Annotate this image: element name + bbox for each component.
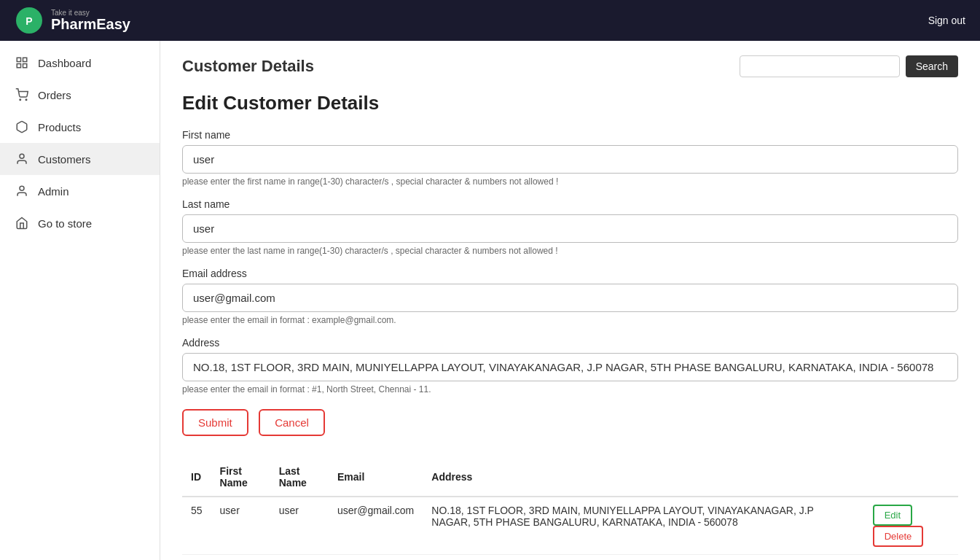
- brand-name: PharmEasy: [51, 17, 130, 31]
- email-hint: please enter the email in format : examp…: [182, 315, 958, 325]
- brand: P Take it easy PharmEasy: [15, 6, 130, 35]
- table-row: 55 user user user@gmail.com NO.18, 1ST F…: [182, 497, 958, 555]
- sidebar-item-goto-store[interactable]: Go to store: [0, 207, 160, 239]
- address-hint: please enter the email in format : #1, N…: [182, 384, 958, 394]
- sidebar-item-customers[interactable]: Customers: [0, 143, 160, 175]
- products-icon: [15, 120, 29, 134]
- cell-id: 55: [182, 497, 211, 555]
- cell-email: user@gmail.com: [329, 497, 423, 555]
- address-group: Address please enter the email in format…: [182, 337, 958, 394]
- first-name-input[interactable]: [182, 145, 958, 174]
- svg-rect-2: [17, 58, 20, 61]
- search-area: Search: [740, 55, 958, 77]
- navbar: P Take it easy PharmEasy Sign out: [0, 0, 980, 41]
- last-name-input[interactable]: [182, 214, 958, 243]
- sidebar-label-customers: Customers: [38, 153, 91, 166]
- store-icon: [15, 216, 29, 230]
- last-name-label: Last name: [182, 198, 958, 210]
- svg-point-8: [20, 154, 24, 158]
- svg-rect-5: [23, 64, 27, 68]
- cell-last-name: user: [270, 497, 329, 555]
- table-body: 55 user user user@gmail.com NO.18, 1ST F…: [182, 497, 958, 555]
- dashboard-icon: [15, 55, 29, 70]
- sidebar-item-products[interactable]: Products: [0, 111, 160, 143]
- customers-icon: [15, 152, 29, 166]
- sidebar-item-admin[interactable]: Admin: [0, 175, 160, 207]
- col-id: ID: [182, 458, 211, 497]
- brand-logo-icon: P: [15, 6, 44, 35]
- delete-row-button[interactable]: Delete: [873, 526, 924, 547]
- col-address: Address: [423, 458, 863, 497]
- col-last-name: Last Name: [270, 458, 329, 497]
- page-header: Customer Details Search: [182, 55, 958, 77]
- orders-icon: [15, 88, 29, 102]
- page-title: Customer Details: [182, 57, 314, 76]
- col-first-name: First Name: [211, 458, 270, 497]
- app-layout: Dashboard Orders Products: [0, 41, 980, 560]
- customers-table: ID First Name Last Name Email Address 55…: [182, 458, 958, 555]
- form-actions: Submit Cancel: [182, 409, 958, 436]
- signout-button[interactable]: Sign out: [928, 15, 965, 26]
- admin-icon: [15, 184, 29, 198]
- email-input[interactable]: [182, 284, 958, 312]
- cell-address: NO.18, 1ST FLOOR, 3RD MAIN, MUNIYELLAPPA…: [423, 497, 863, 555]
- sidebar-label-goto-store: Go to store: [38, 217, 92, 230]
- cell-actions: Edit Delete: [864, 497, 958, 555]
- sidebar-label-dashboard: Dashboard: [38, 57, 91, 69]
- svg-point-6: [20, 99, 21, 101]
- email-group: Email address please enter the email in …: [182, 268, 958, 325]
- svg-point-7: [26, 99, 27, 101]
- first-name-label: First name: [182, 129, 958, 141]
- sidebar-item-orders[interactable]: Orders: [0, 79, 160, 111]
- main-content: Customer Details Search Edit Customer De…: [160, 41, 980, 560]
- first-name-hint: please enter the first name in range(1-3…: [182, 176, 958, 187]
- svg-text:P: P: [26, 15, 32, 27]
- svg-rect-4: [17, 64, 20, 68]
- svg-rect-3: [23, 58, 27, 61]
- col-actions: [864, 458, 958, 497]
- address-label: Address: [182, 337, 958, 349]
- col-email: Email: [329, 458, 423, 497]
- search-button[interactable]: Search: [906, 55, 958, 77]
- sidebar-item-dashboard[interactable]: Dashboard: [0, 47, 160, 79]
- cancel-button[interactable]: Cancel: [259, 409, 325, 436]
- submit-button[interactable]: Submit: [182, 409, 248, 436]
- sidebar-label-products: Products: [38, 121, 81, 133]
- email-label: Email address: [182, 268, 958, 279]
- table-header: ID First Name Last Name Email Address: [182, 458, 958, 497]
- sidebar: Dashboard Orders Products: [0, 41, 160, 560]
- address-input[interactable]: [182, 353, 958, 381]
- sidebar-label-admin: Admin: [38, 185, 69, 198]
- cell-first-name: user: [211, 497, 270, 555]
- first-name-group: First name please enter the first name i…: [182, 129, 958, 187]
- search-input[interactable]: [740, 55, 900, 77]
- last-name-hint: please enter the last name in range(1-30…: [182, 246, 958, 256]
- edit-form-title: Edit Customer Details: [182, 92, 958, 114]
- edit-row-button[interactable]: Edit: [873, 505, 912, 526]
- svg-point-9: [20, 186, 24, 190]
- last-name-group: Last name please enter the last name in …: [182, 198, 958, 256]
- sidebar-label-orders: Orders: [38, 89, 71, 101]
